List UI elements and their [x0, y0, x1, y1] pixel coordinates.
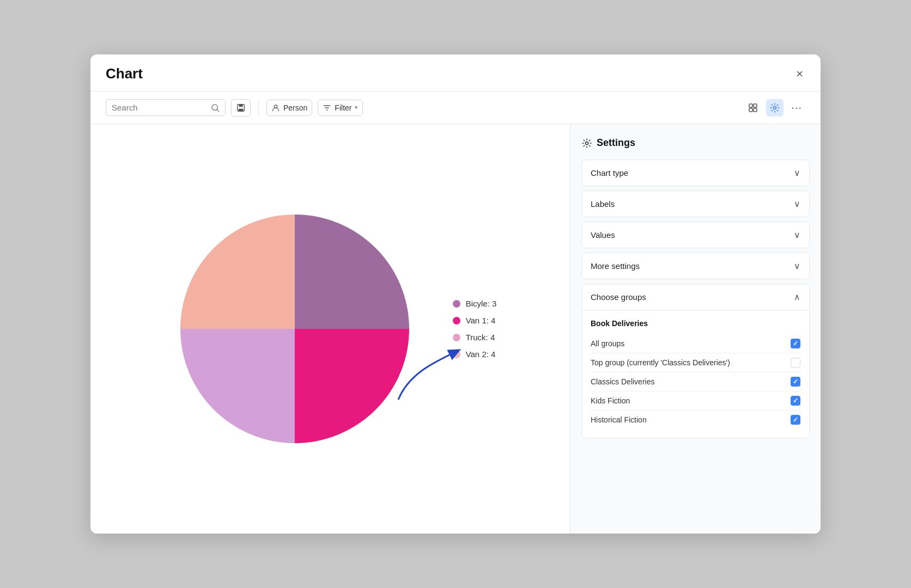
grid-view-button[interactable] [744, 99, 762, 117]
svg-rect-9 [754, 108, 757, 112]
content: Bicyle: 3 Van 1: 4 Truck: 4 Van 2: 4 [90, 124, 821, 534]
legend-dot-van2 [453, 351, 460, 358]
modal: Chart × Person [90, 54, 821, 534]
checkbox-classics-deliveries[interactable]: ✓ [791, 377, 800, 387]
accordion-chart-type-header[interactable]: Chart type ∨ [582, 160, 809, 186]
settings-title: Settings [581, 137, 810, 149]
legend-item-van2: Van 2: 4 [453, 350, 497, 359]
save-icon [236, 103, 246, 113]
legend: Bicyle: 3 Van 1: 4 Truck: 4 Van 2: 4 [453, 299, 497, 359]
chevron-down-icon: ∨ [794, 199, 800, 209]
group-option-kids-fiction[interactable]: Kids Fiction ✓ [591, 391, 800, 411]
group-option-label-all-groups: All groups [591, 339, 624, 348]
group-option-all-groups[interactable]: All groups ✓ [591, 334, 800, 353]
search-box[interactable] [106, 99, 226, 116]
legend-dot-truck [453, 334, 460, 341]
group-section-title: Book Deliveries [591, 319, 800, 328]
accordion-labels: Labels ∨ [581, 191, 810, 217]
accordion-choose-groups-header[interactable]: Choose groups ∧ [582, 284, 809, 310]
ellipsis-icon: ··· [791, 101, 802, 114]
modal-header: Chart × [90, 54, 821, 91]
toolbar-right: ··· [744, 98, 805, 117]
checkmark-classics-deliveries: ✓ [793, 378, 798, 385]
chevron-down-icon: ∨ [794, 168, 800, 178]
chevron-down-icon: ▾ [355, 104, 358, 111]
accordion-labels-label: Labels [591, 199, 615, 209]
gear-icon [769, 102, 780, 113]
pie-chart [164, 198, 426, 460]
accordion-values-label: Values [591, 230, 615, 240]
svg-rect-3 [239, 104, 242, 107]
search-icon [211, 103, 220, 112]
svg-rect-6 [749, 104, 752, 107]
checkbox-kids-fiction[interactable]: ✓ [791, 396, 800, 406]
legend-label-truck: Truck: 4 [466, 333, 495, 342]
accordion-chart-type: Chart type ∨ [581, 160, 810, 186]
settings-gear-icon [581, 138, 592, 149]
choose-groups-body: Book Deliveries All groups ✓ Top group (… [582, 310, 809, 438]
legend-dot-bicycle [453, 300, 460, 308]
accordion-more-settings: More settings ∨ [581, 253, 810, 279]
close-button[interactable]: × [794, 66, 805, 82]
group-option-label-classics-deliveries: Classics Deliveries [591, 377, 654, 386]
accordion-choose-groups-label: Choose groups [591, 292, 646, 302]
svg-rect-8 [749, 108, 752, 112]
svg-point-12 [586, 142, 588, 144]
modal-title: Chart [106, 65, 143, 82]
filter-button[interactable]: Filter ▾ [318, 100, 363, 116]
checkbox-top-group[interactable] [791, 358, 800, 367]
legend-item-bicycle: Bicyle: 3 [453, 299, 497, 308]
save-button[interactable] [231, 99, 251, 117]
accordion-chart-type-label: Chart type [591, 168, 628, 177]
settings-title-text: Settings [597, 137, 635, 149]
group-option-historical-fiction[interactable]: Historical Fiction ✓ [591, 411, 800, 429]
group-option-top-group[interactable]: Top group (currently 'Classics Deliverie… [591, 353, 800, 372]
accordion-choose-groups: Choose groups ∧ Book Deliveries All grou… [581, 284, 810, 438]
search-input[interactable] [112, 103, 208, 112]
checkbox-historical-fiction[interactable]: ✓ [791, 415, 800, 425]
accordion-more-settings-label: More settings [591, 261, 640, 271]
checkbox-all-groups[interactable]: ✓ [791, 339, 800, 348]
svg-rect-7 [754, 104, 757, 107]
toolbar: Person Filter ▾ [90, 91, 821, 124]
filter-label: Filter [335, 103, 351, 112]
svg-rect-4 [239, 108, 244, 111]
person-button[interactable]: Person [266, 100, 312, 116]
checkmark-all-groups: ✓ [793, 340, 798, 347]
svg-point-10 [774, 106, 776, 109]
chevron-down-icon: ∨ [794, 230, 800, 240]
settings-panel: Settings Chart type ∨ Labels ∨ Values [570, 124, 821, 534]
grid-icon [748, 102, 758, 113]
legend-label-bicycle: Bicyle: 3 [466, 299, 497, 308]
group-option-classics-deliveries[interactable]: Classics Deliveries ✓ [591, 372, 800, 391]
group-option-label-kids-fiction: Kids Fiction [591, 396, 630, 405]
legend-label-van2: Van 2: 4 [466, 350, 496, 359]
checkmark-historical-fiction: ✓ [793, 416, 798, 424]
accordion-values-header[interactable]: Values ∨ [582, 222, 809, 248]
chevron-up-icon: ∧ [794, 292, 800, 302]
accordion-more-settings-header[interactable]: More settings ∨ [582, 253, 809, 279]
more-options-button[interactable]: ··· [788, 98, 805, 117]
chart-area: Bicyle: 3 Van 1: 4 Truck: 4 Van 2: 4 [90, 124, 570, 534]
group-option-label-historical-fiction: Historical Fiction [591, 415, 647, 424]
group-option-label-top-group: Top group (currently 'Classics Deliverie… [591, 358, 730, 367]
toolbar-divider [258, 100, 259, 115]
filter-icon [323, 103, 331, 112]
accordion-labels-header[interactable]: Labels ∨ [582, 191, 809, 217]
settings-button[interactable] [766, 99, 784, 117]
legend-dot-van1 [453, 317, 460, 324]
legend-item-truck: Truck: 4 [453, 333, 497, 342]
person-label: Person [283, 103, 307, 112]
svg-line-1 [217, 109, 218, 111]
pie-wrapper: Bicyle: 3 Van 1: 4 Truck: 4 Van 2: 4 [164, 198, 497, 460]
legend-label-van1: Van 1: 4 [466, 316, 496, 325]
accordion-values: Values ∨ [581, 222, 810, 248]
person-icon [271, 103, 280, 112]
legend-item-van1: Van 1: 4 [453, 316, 497, 325]
checkmark-kids-fiction: ✓ [793, 397, 798, 405]
chevron-down-icon: ∨ [794, 261, 800, 271]
